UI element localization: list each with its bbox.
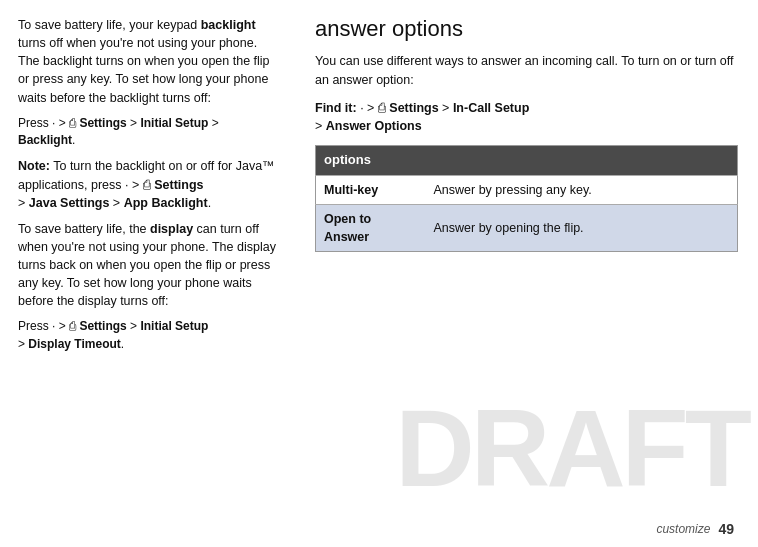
desc-opentoanswer: Answer by opening the flip.: [426, 204, 738, 251]
note-settings: Settings: [154, 178, 203, 192]
press2-label: Press: [18, 319, 49, 333]
draft-watermark: DRAFT: [395, 368, 748, 528]
option-opentoanswer: Open to Answer: [316, 204, 426, 251]
press1-label: Press: [18, 116, 49, 130]
find-it-label: Find it:: [315, 101, 357, 115]
intro-text: You can use different ways to answer an …: [315, 52, 738, 88]
press1-settings: Settings: [79, 116, 126, 130]
find-it-incall: In-Call Setup: [453, 101, 529, 115]
note-javasettings: Java Settings: [29, 196, 110, 210]
customize-label: customize: [656, 522, 710, 536]
note-appbacklight: App Backlight: [124, 196, 208, 210]
press2-initial: Initial Setup: [140, 319, 208, 333]
press2-line: Press · > ⎙ Settings > Initial Setup> Di…: [18, 318, 277, 353]
find-it-settings: Settings: [389, 101, 438, 115]
press1-symbol: ·: [49, 116, 56, 130]
note-para: Note: To turn the backlight on or off fo…: [18, 157, 277, 211]
press2-timeout: Display Timeout: [28, 337, 120, 351]
option-multikey: Multi-key: [316, 175, 426, 204]
press2-settings: Settings: [79, 319, 126, 333]
backlight-para: To save battery life, your keypad backli…: [18, 16, 277, 107]
find-it-line: Find it: · > ⎙ Settings > In-Call Setup>…: [315, 99, 738, 135]
page-number: 49: [718, 521, 734, 537]
find-it-answeroptions: Answer Options: [326, 119, 422, 133]
right-column: answer options You can use different way…: [295, 0, 758, 547]
table-row: Multi-key Answer by pressing any key.: [316, 175, 738, 204]
display-para: To save battery life, the display can tu…: [18, 220, 277, 311]
press1-initial: Initial Setup: [140, 116, 208, 130]
table-header-row: options: [316, 145, 738, 175]
note-symbol: ·: [125, 178, 128, 192]
display-bold: display: [150, 222, 193, 236]
page-footer: customize 49: [656, 521, 734, 537]
table-row: Open to Answer Answer by opening the fli…: [316, 204, 738, 251]
press1-line: Press · > ⎙ Settings > Initial Setup > B…: [18, 115, 277, 150]
page-title: answer options: [315, 16, 738, 42]
find-it-sym: ·: [357, 101, 364, 115]
note-label: Note:: [18, 159, 50, 173]
table-header-cell: options: [316, 145, 738, 175]
backlight-bold: backlight: [201, 18, 256, 32]
page-container: To save battery life, your keypad backli…: [0, 0, 758, 547]
press2-symbol: ·: [52, 319, 55, 333]
press1-backlight: Backlight: [18, 133, 72, 147]
left-column: To save battery life, your keypad backli…: [0, 0, 295, 547]
desc-multikey: Answer by pressing any key.: [426, 175, 738, 204]
options-table: options Multi-key Answer by pressing any…: [315, 145, 738, 252]
